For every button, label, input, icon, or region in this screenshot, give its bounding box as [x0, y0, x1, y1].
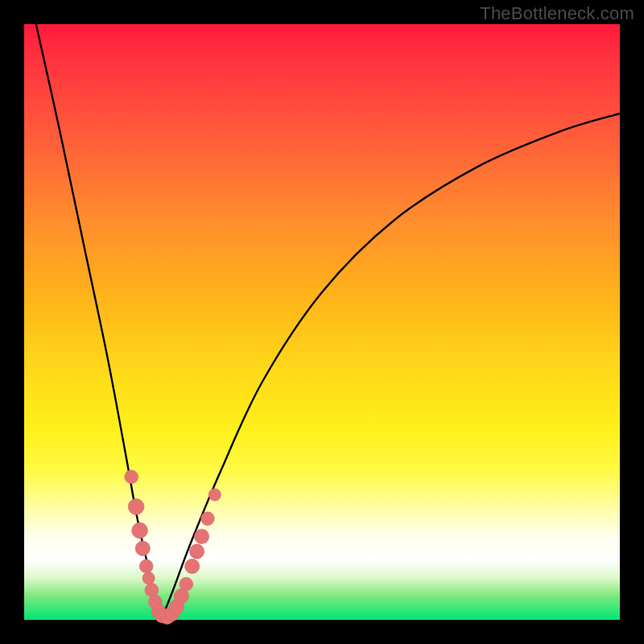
- data-marker: [208, 489, 221, 501]
- data-marker: [142, 572, 155, 584]
- data-marker: [139, 559, 153, 573]
- chart-svg: [24, 24, 620, 620]
- data-marker: [135, 541, 150, 555]
- data-marker: [145, 584, 159, 597]
- data-marker: [194, 529, 208, 543]
- chart-frame: TheBottleneck.com: [0, 0, 644, 644]
- data-marker: [128, 498, 144, 514]
- data-marker: [189, 544, 204, 559]
- watermark-text: TheBottleneck.com: [480, 3, 634, 24]
- data-marker: [180, 577, 193, 591]
- curve-right-arm: [161, 114, 620, 620]
- data-marker: [125, 470, 138, 484]
- data-marker: [200, 512, 214, 526]
- data-marker: [132, 522, 148, 539]
- data-marker: [185, 559, 200, 573]
- marker-layer: [125, 470, 221, 625]
